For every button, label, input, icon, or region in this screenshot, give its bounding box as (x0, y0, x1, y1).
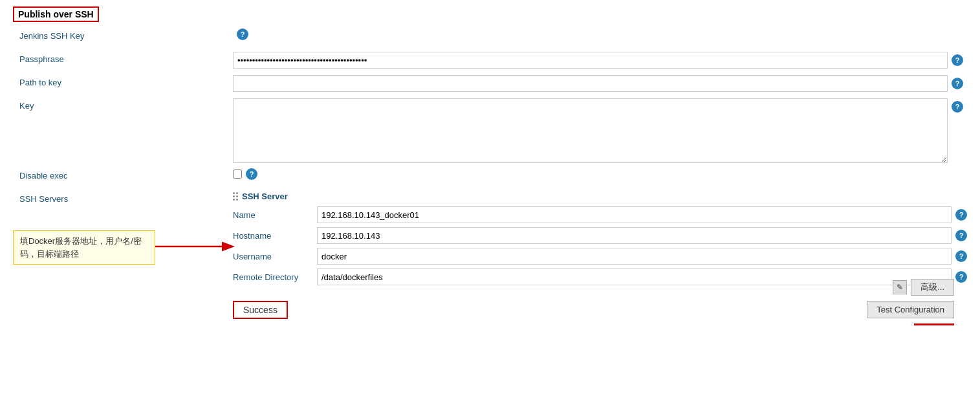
disable-exec-label: Disable exec (13, 168, 233, 181)
jenkins-ssh-key-row: Jenkins SSH Key ? (13, 28, 967, 47)
success-badge: Success (233, 301, 288, 319)
actions-right: ✎ 高级... Test Configuration 删除 (867, 279, 954, 326)
key-row: Key ? (13, 98, 967, 163)
ssh-server-fields: Name ? Hostname ? Username ? (233, 206, 967, 285)
ssh-server-header: SSH Server (233, 192, 967, 201)
ssh-username-row: Username ? (233, 248, 967, 265)
disable-exec-checkbox[interactable] (233, 170, 242, 179)
ssh-server-block: SSH Server Name ? Hostname ? Username (233, 192, 967, 285)
path-to-key-label: Path to key (13, 75, 233, 87)
jenkins-ssh-key-help-icon[interactable]: ? (237, 28, 248, 40)
ssh-remote-dir-help-icon[interactable]: ? (955, 271, 967, 283)
ssh-name-row: Name ? (233, 206, 967, 223)
disable-exec-row: Disable exec ? (13, 168, 967, 186)
key-wrap: ? (233, 98, 967, 163)
path-to-key-wrap: ? (233, 75, 967, 92)
ssh-servers-row: SSH Servers SSH Server Name ? (13, 192, 967, 285)
ssh-server-title: SSH Server (242, 192, 288, 201)
path-to-key-input[interactable] (233, 75, 948, 92)
ssh-remote-dir-input[interactable] (317, 268, 952, 285)
ssh-username-help-icon[interactable]: ? (955, 250, 967, 262)
advanced-button[interactable]: 高级... (911, 279, 954, 296)
passphrase-input[interactable] (233, 52, 948, 69)
ssh-remote-dir-row: Remote Directory ? (233, 268, 967, 285)
ssh-hostname-help-icon[interactable]: ? (955, 230, 967, 241)
disable-exec-wrap: ? (233, 168, 967, 180)
passphrase-label: Passphrase (13, 52, 233, 64)
drag-handle[interactable] (233, 192, 238, 201)
ssh-username-label: Username (233, 252, 317, 261)
passphrase-help-icon[interactable]: ? (952, 54, 963, 66)
ssh-username-input[interactable] (317, 248, 952, 265)
ssh-name-input[interactable] (317, 206, 952, 223)
key-textarea[interactable] (233, 98, 948, 163)
path-to-key-help-icon[interactable]: ? (952, 78, 963, 89)
advanced-row: ✎ 高级... (893, 279, 954, 296)
annotation-box: 填Docker服务器地址，用户名/密码，目标端路径 (13, 230, 155, 265)
delete-button[interactable]: 删除 (914, 323, 954, 326)
page-title: Publish over SSH (13, 6, 99, 22)
annotation-text: 填Docker服务器地址，用户名/密码，目标端路径 (20, 236, 142, 259)
disable-exec-help-icon[interactable]: ? (246, 168, 257, 180)
ssh-remote-dir-label: Remote Directory (233, 272, 317, 282)
test-configuration-button[interactable]: Test Configuration (867, 301, 954, 318)
jenkins-ssh-key-label: Jenkins SSH Key (13, 28, 233, 41)
edit-icon[interactable]: ✎ (893, 280, 907, 294)
ssh-hostname-row: Hostname ? (233, 227, 967, 244)
edit-icon-symbol: ✎ (897, 283, 903, 292)
ssh-name-help-icon[interactable]: ? (955, 209, 967, 221)
ssh-servers-label: SSH Servers (13, 192, 233, 204)
key-label: Key (13, 98, 233, 111)
ssh-name-label: Name (233, 210, 317, 220)
path-to-key-row: Path to key ? (13, 75, 967, 93)
jenkins-ssh-key-wrap: ? (233, 28, 967, 40)
passphrase-row: Passphrase ? (13, 52, 967, 70)
ssh-hostname-input[interactable] (317, 227, 952, 244)
key-help-icon[interactable]: ? (952, 101, 963, 113)
ssh-hostname-label: Hostname (233, 231, 317, 241)
passphrase-wrap: ? (233, 52, 967, 69)
